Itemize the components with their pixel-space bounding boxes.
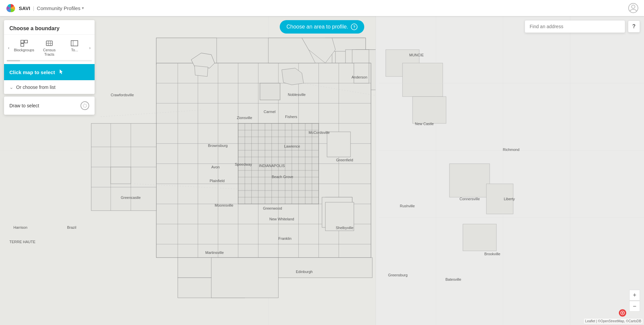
help-button[interactable]: ? — [628, 20, 640, 33]
or-choose-chevron-icon: ⌄ — [9, 85, 13, 90]
boundary-header: Choose a boundary — [4, 20, 95, 35]
boundary-title: Choose a boundary — [9, 25, 59, 31]
logo: SAVI | Community Profiles ▾ — [5, 3, 84, 13]
click-map-button[interactable]: Click map to select — [4, 64, 95, 80]
zoom-in-button[interactable]: + — [629, 290, 640, 301]
svg-rect-71 — [111, 167, 131, 184]
blockgroups-label: Blockgroups — [14, 48, 34, 52]
svg-rect-90 — [24, 40, 28, 43]
cursor-icon — [58, 69, 64, 75]
svg-rect-78 — [402, 63, 443, 97]
draw-card[interactable]: Draw to select — [4, 97, 95, 115]
svg-point-100 — [622, 312, 623, 314]
svg-point-98 — [83, 104, 87, 107]
svg-rect-82 — [486, 184, 513, 214]
svg-rect-65 — [211, 258, 278, 298]
other-tab-icon — [70, 39, 79, 47]
boundary-card: Choose a boundary ‹ Blockgroups — [4, 20, 95, 94]
census-tracts-label: CensusTracts — [43, 48, 55, 57]
tabs-scroll-left[interactable]: ‹ — [7, 45, 11, 51]
find-address-input[interactable] — [525, 20, 625, 33]
svg-rect-79 — [413, 97, 446, 123]
zoom-out-button[interactable]: − — [629, 301, 640, 312]
svg-rect-96 — [71, 41, 78, 46]
zoom-minus-icon: − — [633, 303, 637, 310]
attribution-text: Leaflet | ©OpenStreetMap, ©CartoDB — [585, 319, 641, 323]
svg-rect-81 — [463, 224, 496, 251]
tab-blockgroups[interactable]: Blockgroups — [12, 37, 36, 59]
draw-to-select-label: Draw to select — [9, 103, 39, 108]
banner-help-icon: ? — [353, 25, 356, 29]
click-map-label: Click map to select — [9, 69, 55, 75]
attribution: Leaflet | ©OpenStreetMap, ©CartoDB — [584, 319, 643, 324]
map-svg — [0, 16, 644, 325]
cartodb-logo — [619, 309, 627, 318]
app-name-label[interactable]: Community Profiles — [37, 5, 80, 11]
choose-area-banner: Choose an area to profile. ? — [280, 20, 364, 34]
header: SAVI | Community Profiles ▾ — [0, 0, 644, 16]
svg-rect-80 — [449, 164, 490, 197]
svg-rect-69 — [352, 50, 369, 63]
blockgroups-icon — [19, 39, 29, 47]
zoom-controls: + − — [629, 290, 640, 312]
find-address-container: ? — [525, 20, 640, 33]
app-name-chevron[interactable]: ▾ — [82, 6, 84, 10]
svg-rect-91 — [21, 44, 24, 46]
tabs-scroll-right[interactable]: › — [88, 45, 92, 51]
tabs-scrollbar — [7, 60, 92, 61]
user-account-icon[interactable] — [628, 3, 639, 13]
svg-rect-67 — [325, 202, 354, 231]
map-container[interactable]: MUNCIEAndersonNoblesvilleCarmelFishersZi… — [0, 16, 644, 325]
draw-circle-icon — [80, 101, 89, 110]
svg-rect-89 — [21, 40, 24, 43]
svg-rect-66 — [327, 132, 351, 157]
tab-other[interactable]: To... — [63, 37, 87, 59]
other-tab-label: To... — [71, 48, 78, 52]
zoom-plus-icon: + — [633, 292, 637, 299]
left-panel: Choose a boundary ‹ Blockgroups — [4, 20, 95, 115]
draw-polygon-icon — [83, 103, 87, 108]
banner-text: Choose an area to profile. — [286, 24, 348, 30]
help-icon: ? — [632, 23, 636, 30]
svg-rect-68 — [260, 83, 280, 100]
cartodb-icon — [619, 309, 627, 317]
or-choose-list[interactable]: ⌄ Or choose from list — [4, 80, 95, 94]
header-right — [628, 3, 639, 13]
tabs-inner: Blockgroups CensusTracts To... — [12, 37, 87, 59]
tab-census-tracts[interactable]: CensusTracts — [37, 37, 61, 59]
tabs-scrollbar-thumb — [7, 60, 20, 61]
or-choose-label: Or choose from list — [16, 85, 55, 90]
boundary-tabs-container: ‹ Blockgroups CensusTracts — [4, 35, 95, 60]
savi-logo-icon — [5, 3, 16, 13]
banner-help-button[interactable]: ? — [351, 23, 358, 30]
census-tracts-icon — [45, 39, 54, 47]
app-title: SAVI | Community Profiles ▾ — [19, 5, 84, 11]
top-banner: Choose an area to profile. ? — [280, 20, 364, 34]
svg-point-1 — [632, 5, 635, 8]
svg-rect-70 — [354, 63, 369, 83]
logo-text: SAVI — [19, 5, 30, 11]
